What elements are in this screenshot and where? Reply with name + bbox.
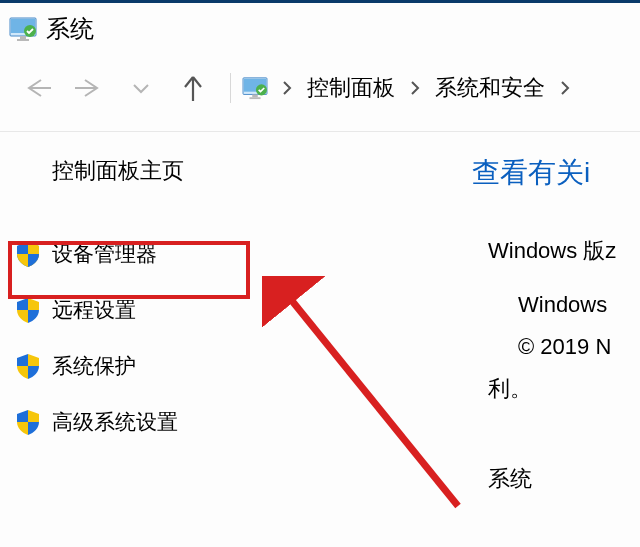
svg-rect-2 — [20, 36, 26, 39]
shield-icon — [14, 352, 42, 380]
content-area: 查看有关i Windows 版z Windows © 2019 N 利。 系统 — [262, 132, 640, 494]
breadcrumb-sep-icon — [273, 79, 301, 97]
edition-label: Windows 版z — [472, 236, 640, 266]
forward-arrow-icon[interactable] — [74, 78, 104, 98]
nav-divider — [230, 73, 231, 103]
sidebar-item-system-protection[interactable]: 系统保护 — [0, 338, 262, 394]
nav-row: 控制面板 系统和安全 — [0, 59, 640, 131]
edition-value: Windows — [472, 292, 640, 318]
system-icon — [8, 16, 38, 42]
breadcrumb-system-icon — [241, 76, 269, 100]
main-area: 控制面板主页 设备管理器 远程设置 系统保护 高级系统设置 查看有 — [0, 131, 640, 494]
svg-rect-8 — [249, 97, 260, 99]
window-title: 系统 — [46, 13, 94, 45]
back-arrow-icon[interactable] — [22, 78, 52, 98]
system-section-label: 系统 — [472, 464, 640, 494]
svg-rect-7 — [252, 94, 258, 97]
content-heading: 查看有关i — [472, 154, 640, 192]
svg-rect-3 — [17, 39, 29, 41]
sidebar-item-label: 系统保护 — [52, 352, 136, 380]
sidebar-item-device-manager[interactable]: 设备管理器 — [0, 226, 262, 282]
up-arrow-icon[interactable] — [178, 75, 208, 101]
titlebar: 系统 — [0, 0, 640, 59]
copyright-line-2: 利。 — [472, 374, 640, 404]
shield-icon — [14, 240, 42, 268]
sidebar-item-remote-settings[interactable]: 远程设置 — [0, 282, 262, 338]
sidebar-item-label: 远程设置 — [52, 296, 136, 324]
shield-icon — [14, 408, 42, 436]
sidebar-item-label: 设备管理器 — [52, 240, 157, 268]
nav-arrows — [22, 75, 208, 101]
copyright-line-1: © 2019 N — [472, 334, 640, 360]
sidebar-item-advanced-settings[interactable]: 高级系统设置 — [0, 394, 262, 450]
breadcrumb-system-security[interactable]: 系统和安全 — [433, 71, 547, 105]
breadcrumb-sep-icon — [401, 79, 429, 97]
sidebar-item-label: 高级系统设置 — [52, 408, 178, 436]
shield-icon — [14, 296, 42, 324]
address-bar[interactable]: 控制面板 系统和安全 — [239, 71, 579, 105]
sidebar: 控制面板主页 设备管理器 远程设置 系统保护 高级系统设置 — [0, 132, 262, 494]
breadcrumb-control-panel[interactable]: 控制面板 — [305, 71, 397, 105]
recent-chevron-icon[interactable] — [126, 81, 156, 95]
sidebar-title: 控制面板主页 — [0, 156, 262, 186]
breadcrumb-sep-icon — [551, 79, 579, 97]
